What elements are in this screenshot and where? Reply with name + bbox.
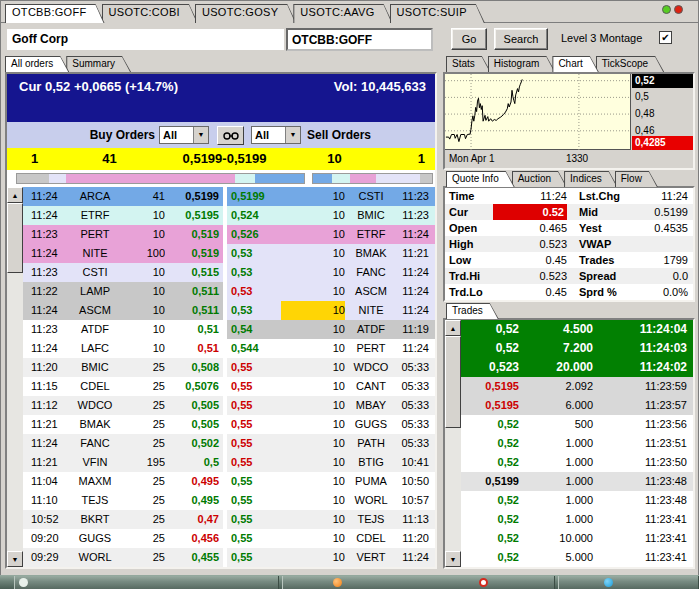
quote-label: Open [445, 220, 493, 236]
trade-time: 11:23:57 [593, 396, 693, 415]
trade-row[interactable]: 0,521.00011:23:41 [461, 510, 693, 529]
link-filters-button[interactable] [217, 126, 244, 145]
trade-size: 1.000 [519, 491, 593, 510]
scroll-down-icon[interactable]: ▼ [7, 551, 23, 567]
taskbar-skype-button[interactable] [558, 576, 699, 589]
sell-filter-select[interactable]: All ▼ [251, 126, 301, 144]
trade-row[interactable]: 0,5210.00011:23:41 [461, 529, 693, 548]
window-icon [19, 578, 28, 587]
tab-chart[interactable]: Chart [552, 56, 598, 72]
level3-montage-checkbox[interactable]: ✔ [659, 31, 672, 44]
scrollbar-thumb[interactable] [7, 203, 23, 273]
trade-row[interactable]: 0,521.00011:23:50 [461, 453, 693, 472]
trade-row[interactable]: 0,525.00011:23:41 [461, 548, 693, 567]
bid-mm: ASCM [67, 301, 123, 320]
search-button[interactable]: Search [494, 28, 548, 50]
book-row[interactable]: 11:24FANC250,5020,5510PATH05:33 [23, 434, 435, 453]
ask-price: 0,53 [227, 263, 281, 282]
tab-usotc-suip[interactable]: USOTC:SUIP [390, 4, 485, 23]
book-row[interactable]: 11:20BMIC250,5080,5510WDCO05:33 [23, 358, 435, 377]
tab-tickscope[interactable]: TickScope [596, 56, 664, 72]
ask-mm: FANC [345, 263, 393, 282]
chevron-down-icon[interactable]: ▼ [285, 127, 300, 143]
tab-label: Flow [615, 171, 658, 184]
taskbar-window-button[interactable] [14, 576, 279, 589]
bid-mm: NITE [67, 244, 123, 263]
book-row[interactable]: 11:21BMAK250,5050,5510GUGS05:33 [23, 415, 435, 434]
tab-usotc-cobi[interactable]: USOTC:COBI [102, 4, 198, 23]
trade-price: 0,52 [461, 339, 519, 358]
tab-all-orders[interactable]: All orders [5, 56, 69, 72]
depth-segment-lavender [376, 174, 420, 183]
trade-time: 11:23:41 [593, 529, 693, 548]
trade-row[interactable]: 0,51991.00011:23:48 [461, 472, 693, 491]
go-button[interactable]: Go [451, 28, 487, 50]
tab-stats[interactable]: Stats [446, 56, 491, 72]
book-row[interactable]: 09:29WORL250,4550,5510VERT11:24 [23, 548, 435, 567]
price-line-chart [445, 74, 631, 150]
bid-size: 10 [123, 301, 165, 320]
trade-row[interactable]: 0,51956.00011:23:57 [461, 396, 693, 415]
book-row[interactable]: 11:24ASCM100,5110,5310NITE11:24 [23, 301, 435, 320]
analysis-tab-bar: StatsHistogramChartTickScope [446, 56, 661, 72]
ask-size: 10 [281, 415, 345, 434]
trade-row[interactable]: 0,524.50011:24:04 [461, 320, 693, 339]
book-row[interactable]: 11:24ETRF100,51950,52410BMIC11:23 [23, 206, 435, 225]
tab-auction[interactable]: Auction [512, 171, 567, 187]
bid-size: 10 [123, 206, 165, 225]
book-row[interactable]: 11:23PERT100,5190,52610ETRF11:24 [23, 225, 435, 244]
scroll-down-icon[interactable]: ▼ [445, 551, 461, 567]
tab-summary[interactable]: Summary [66, 56, 131, 72]
tab-otcbb-goff[interactable]: OTCBB:GOFF [5, 4, 105, 23]
book-row[interactable]: 09:20GUGS250,4560,5510CDEL11:20 [23, 529, 435, 548]
bid-price: 0,5076 [165, 377, 223, 396]
bid-time: 11:22 [23, 282, 67, 301]
trades-table: 0,524.50011:24:040,527.20011:24:030,5232… [461, 320, 693, 567]
book-row[interactable]: 11:12WDCO250,5050,5510MBAY05:33 [23, 396, 435, 415]
trade-row[interactable]: 0,52320.00011:24:02 [461, 358, 693, 377]
symbol-input[interactable] [286, 28, 433, 51]
order-book-scrollbar[interactable]: ▲ ▼ [7, 187, 23, 567]
tab-label: Indices [564, 171, 618, 184]
buy-filter-select[interactable]: All ▼ [159, 126, 209, 144]
trades-scrollbar[interactable]: ▲ ▼ [445, 320, 461, 567]
trade-row[interactable]: 0,521.00011:23:51 [461, 434, 693, 453]
bid-price: 0,511 [165, 282, 223, 301]
trade-row[interactable]: 0,51952.09211:23:59 [461, 377, 693, 396]
scrollbar-thumb[interactable] [445, 336, 461, 428]
ask-side: 0,5510WORL10:57 [227, 491, 435, 510]
quote-label: VWAP [567, 236, 631, 252]
book-row[interactable]: 11:10TEJS250,4950,5510WORL10:57 [23, 491, 435, 510]
trade-row[interactable]: 0,521.00011:23:48 [461, 491, 693, 510]
book-row[interactable]: 11:24ARCA410,51990,519910CSTI11:23 [23, 187, 435, 206]
tab-flow[interactable]: Flow [615, 171, 658, 187]
book-row[interactable]: 10:52BKRT250,470,5510TEJS11:13 [23, 510, 435, 529]
quote-value: 11:24 [631, 188, 693, 204]
tab-trades[interactable]: Trades [446, 303, 499, 319]
taskbar-browser-button[interactable] [282, 576, 555, 589]
chevron-down-icon[interactable]: ▼ [193, 127, 208, 143]
book-row[interactable]: 11:23ATDF100,510,5410ATDF11:19 [23, 320, 435, 339]
scroll-up-icon[interactable]: ▲ [445, 320, 461, 336]
book-row[interactable]: 11:24LAFC100,510,54410PERT11:24 [23, 339, 435, 358]
depth-segment-pink [66, 174, 235, 183]
trade-row[interactable]: 0,527.20011:24:03 [461, 339, 693, 358]
book-row[interactable]: 11:04MAXM250,4950,5510PUMA10:50 [23, 472, 435, 491]
scroll-up-icon[interactable]: ▲ [7, 187, 23, 203]
book-row[interactable]: 11:15CDEL250,50760,5510CANT05:33 [23, 377, 435, 396]
tab-quote-info[interactable]: Quote Info [446, 171, 515, 187]
tab-indices[interactable]: Indices [564, 171, 618, 187]
book-row[interactable]: 11:21VFIN1950,50,5510BTIG10:41 [23, 453, 435, 472]
ask-time: 11:23 [393, 187, 431, 206]
book-row[interactable]: 11:22LAMP100,5110,5310ASCM11:24 [23, 282, 435, 301]
ask-side: 0,5510MBAY05:33 [227, 396, 435, 415]
book-row[interactable]: 11:23CSTI100,5150,5310FANC11:24 [23, 263, 435, 282]
tab-histogram[interactable]: Histogram [488, 56, 556, 72]
bid-price: 0,456 [165, 529, 223, 548]
trade-row[interactable]: 0,5250011:23:56 [461, 415, 693, 434]
bid-depth-bar [16, 173, 305, 184]
tab-usotc-aavg[interactable]: USOTC:AAVG [293, 4, 392, 23]
book-row[interactable]: 11:24NITE1000,5190,5310BMAK11:21 [23, 244, 435, 263]
low-price-marker: 0,4285 [632, 136, 693, 150]
tab-usotc-gosy[interactable]: USOTC:GOSY [195, 4, 296, 23]
